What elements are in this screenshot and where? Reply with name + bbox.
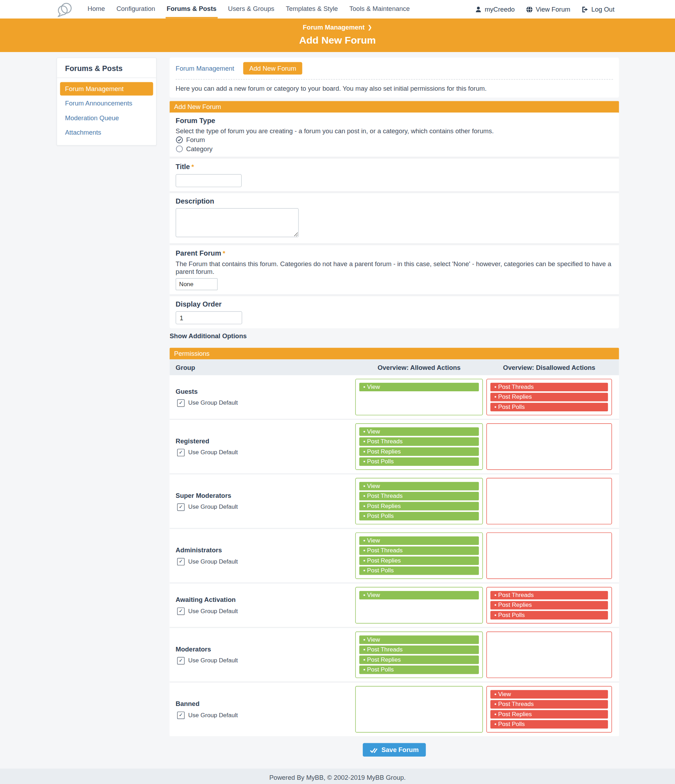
nav-log-out-label: Log Out [591,6,614,13]
disallowed-action-pill: View [490,690,608,698]
display-order-input[interactable] [176,311,242,324]
forum-type-desc: Select the type of forum you are creatin… [176,127,613,135]
tab-add-new-forum[interactable]: Add New Forum [243,62,302,75]
checkbox-checked-icon[interactable]: ✓ [177,657,185,664]
nav-log-out[interactable]: Log Out [581,6,614,13]
permission-row-registered: Registered✓Use Group DefaultViewPost Thr… [170,419,619,473]
allowed-cell [355,686,483,732]
disallowed-action-pill: Post Polls [490,611,608,619]
allowed-action-pill: Post Polls [359,512,479,520]
nav-item-users-groups[interactable]: Users & Groups [227,0,275,19]
use-group-default[interactable]: ✓Use Group Default [176,607,355,614]
disallowed-action-pill: Post Replies [490,601,608,609]
permission-row-awaiting-activation: Awaiting Activation✓Use Group DefaultVie… [170,583,619,627]
show-additional-options-link[interactable]: Show Additional Options [170,332,246,340]
sidebar-item-moderation-queue[interactable]: Moderation Queue [60,111,153,124]
group-cell: Awaiting Activation✓Use Group Default [170,587,355,624]
chevron-right-icon: ❯ [368,24,372,31]
parent-forum-desc: The Forum that contains this forum. Cate… [176,260,613,275]
use-group-default[interactable]: ✓Use Group Default [176,558,355,565]
use-group-default[interactable]: ✓Use Group Default [176,503,355,510]
sidebar-item-forum-management[interactable]: Forum Management [60,82,153,95]
disallowed-actions-box: Post ThreadsPost RepliesPost Polls [486,587,612,624]
nav-user[interactable]: myCreedo [474,6,515,13]
permissions-section-header: Permissions [170,348,619,359]
breadcrumb[interactable]: Forum Management ❯ [303,23,372,31]
sidebar-item-attachments[interactable]: Attachments [60,126,153,139]
use-group-default[interactable]: ✓Use Group Default [176,657,355,664]
nav-item-configuration[interactable]: Configuration [115,0,156,19]
save-forum-label: Save Forum [381,746,419,753]
disallowed-action-pill: Post Threads [490,383,608,391]
page-header: Forum Management ❯ Add New Forum [0,19,675,52]
radio-forum[interactable]: Forum [176,136,613,143]
disallowed-actions-box [486,632,612,678]
title-input[interactable] [176,174,242,187]
radio-forum-label: Forum [186,136,205,143]
disallowed-actions-box [486,423,612,470]
nav-view-forum-label: View Forum [536,6,570,13]
nav-item-home[interactable]: Home [87,0,106,19]
nav-view-forum[interactable]: View Forum [526,6,570,13]
radio-checked-icon [176,136,183,143]
checkbox-checked-icon[interactable]: ✓ [177,503,185,510]
title-label-text: Title [176,163,190,171]
parent-forum-select[interactable]: None [176,278,218,290]
checkbox-checked-icon[interactable]: ✓ [177,711,185,719]
column-header-disallowed: Overview: Disallowed Actions [486,364,612,371]
disallowed-action-pill: Post Threads [490,591,608,599]
nav-item-templates-style[interactable]: Templates & Style [285,0,339,19]
chat-bubbles-icon [56,2,73,17]
permission-row-super-moderators: Super Moderators✓Use Group DefaultViewPo… [170,473,619,528]
group-name: Super Moderators [176,492,355,499]
permissions-rows: Guests✓Use Group DefaultViewPost Threads… [170,375,619,736]
use-group-default-label: Use Group Default [188,558,238,565]
group-cell: Registered✓Use Group Default [170,423,355,470]
disallowed-cell: ViewPost ThreadsPost RepliesPost Polls [486,686,612,732]
use-group-default[interactable]: ✓Use Group Default [176,449,355,456]
use-group-default-label: Use Group Default [188,712,238,719]
use-group-default-label: Use Group Default [188,504,238,510]
logout-icon [581,6,588,12]
disallowed-actions-box [486,532,612,579]
sidebar-item-forum-announcements[interactable]: Forum Announcements [60,97,153,110]
permissions-table-header: Group Overview: Allowed Actions Overview… [170,359,619,375]
permission-row-moderators: Moderators✓Use Group DefaultViewPost Thr… [170,627,619,681]
checkbox-checked-icon[interactable]: ✓ [177,449,185,456]
allowed-action-pill: Post Replies [359,656,479,664]
sidebar-items: Forum ManagementForum AnnouncementsModer… [57,82,156,139]
group-name: Guests [176,387,355,395]
radio-category[interactable]: Category [176,145,613,152]
nav-left-group: HomeConfigurationForums & PostsUsers & G… [56,0,411,19]
parent-forum-section: Parent Forum* The Forum that contains th… [170,245,619,296]
tabs-row: Forum ManagementAdd New Forum [176,62,613,79]
group-name: Awaiting Activation [176,596,355,603]
checkbox-checked-icon[interactable]: ✓ [177,607,185,614]
checkbox-checked-icon[interactable]: ✓ [177,399,185,406]
nav-item-forums-posts[interactable]: Forums & Posts [166,0,218,19]
sidebar-title: Forums & Posts [57,58,156,78]
checkbox-checked-icon[interactable]: ✓ [177,558,185,565]
sidebar: Forums & Posts Forum ManagementForum Ann… [57,58,157,146]
disallowed-actions-box: ViewPost ThreadsPost RepliesPost Polls [486,686,612,732]
required-marker: * [191,163,194,171]
description-textarea[interactable] [176,208,299,237]
mybb-logo[interactable] [56,2,73,17]
allowed-action-pill: View [359,427,479,436]
description-section: Description [170,193,619,245]
disallowed-action-pill: Post Polls [490,720,608,728]
use-group-default[interactable]: ✓Use Group Default [176,711,355,719]
allowed-cell: ViewPost ThreadsPost RepliesPost Polls [355,478,483,524]
allowed-action-pill: Post Polls [359,666,479,674]
nav-item-tools-maintenance[interactable]: Tools & Maintenance [348,0,411,19]
use-group-default[interactable]: ✓Use Group Default [176,399,355,406]
tab-forum-management[interactable]: Forum Management [176,65,235,72]
save-forum-button[interactable]: Save Forum [363,743,426,757]
page-title: Add New Forum [0,34,675,46]
allowed-actions-box: View [355,379,483,415]
disallowed-cell [486,632,612,678]
sidebar-divider [57,78,156,78]
forum-type-label: Forum Type [176,117,613,125]
forum-type-section: Forum Type Select the type of forum you … [170,112,619,159]
allowed-cell: ViewPost ThreadsPost RepliesPost Polls [355,632,483,678]
